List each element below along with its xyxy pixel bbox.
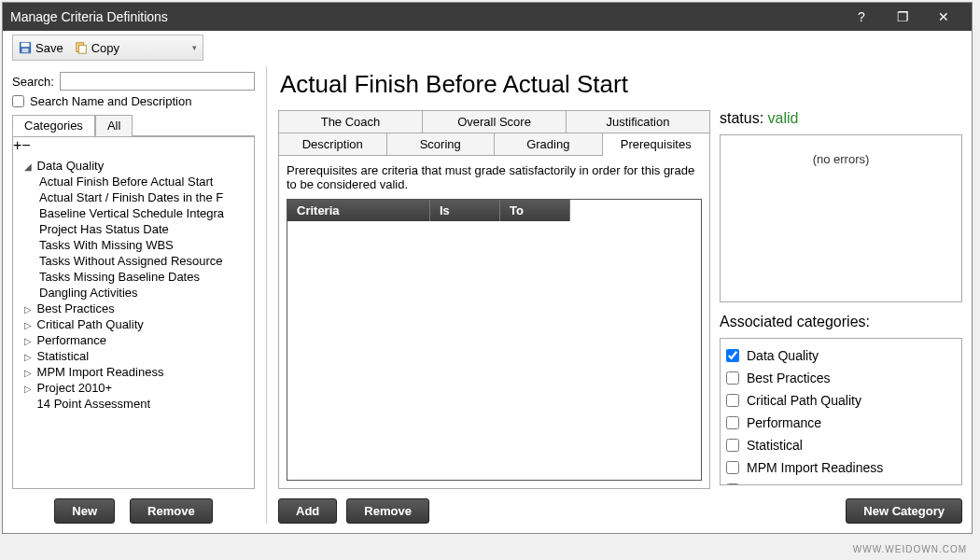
category-label: Statistical [747,438,803,453]
toolbar: Save Copy ▾ [12,35,203,61]
category-row[interactable]: Project 2010+ [724,479,958,485]
tree-node[interactable]: ▷ Project 2010+ [15,380,252,396]
detail-tabs: The CoachOverall ScoreJustification Desc… [278,110,710,156]
category-row[interactable]: Statistical [724,434,958,456]
category-label: MPM Import Readiness [747,460,883,475]
window: Manage Criteria Definitions ? ❐ ✕ Save C… [2,2,973,534]
search-input[interactable] [60,72,255,91]
category-row[interactable]: Performance [724,412,958,434]
expand-all-icon[interactable]: + [13,137,21,153]
tab-prerequisites[interactable]: Prerequisites [603,133,710,156]
window-title: Manage Criteria Definitions [10,9,841,24]
add-button[interactable]: Add [278,498,337,524]
col-is[interactable]: Is [430,200,500,221]
search-scope-label: Search Name and Description [30,94,191,108]
associated-categories-list[interactable]: Data QualityBest PracticesCritical Path … [720,338,962,485]
category-row[interactable]: Best Practices [724,367,958,389]
copy-icon [75,41,88,54]
tree-leaf[interactable]: Baseline Vertical Schedule Integra [15,205,252,221]
tab-grading[interactable]: Grading [495,133,603,156]
tree-leaf[interactable]: Tasks Missing Baseline Dates [15,269,252,285]
left-buttons: New Remove [12,498,255,524]
tree-leaf[interactable]: Tasks With Missing WBS [15,237,252,253]
save-button[interactable]: Save [19,41,63,55]
tree-leaf[interactable]: Tasks Without Assigned Resource [15,253,252,269]
category-label: Best Practices [747,371,830,385]
tree-leaf[interactable]: Actual Start / Finish Dates in the F [15,189,252,205]
tab-categories[interactable]: Categories [12,115,95,136]
collapse-all-icon[interactable]: − [21,137,30,153]
chevron-right-icon: ▷ [24,336,34,346]
status-value: valid [768,110,799,126]
body: Search: Search Name and Description Cate… [3,61,972,533]
left-panel: Search: Search Name and Description Cate… [12,66,255,524]
save-icon [19,41,32,54]
category-checkbox[interactable] [726,439,739,452]
tab-scoring[interactable]: Scoring [387,133,496,156]
chevron-right-icon [24,399,34,410]
category-tree: +− ◢ Data QualityActual Finish Before Ac… [12,136,255,489]
center-buttons: Add Remove [278,498,710,524]
prerequisites-grid: Criteria Is To [287,199,702,481]
tab-description[interactable]: Description [279,133,387,156]
tree-leaf[interactable]: Actual Finish Before Actual Start [15,174,252,189]
remove-prereq-button[interactable]: Remove [346,498,429,524]
chevron-right-icon: ▷ [24,384,34,394]
tree-node[interactable]: ◢ Data Quality [15,158,252,174]
close-button[interactable]: ✕ [923,5,964,29]
tab-justification[interactable]: Justification [567,111,709,133]
new-category-button[interactable]: New Category [846,498,962,524]
svg-rect-2 [22,49,29,52]
tab-all[interactable]: All [95,115,133,136]
errors-box: (no errors) [720,134,962,302]
tree-node[interactable]: 14 Point Assessment [15,396,252,412]
tree-node[interactable]: ▷ Performance [15,332,252,348]
tab-content: Prerequisites are criteria that must gra… [278,156,710,489]
col-to[interactable]: To [500,200,570,221]
category-row[interactable]: Data Quality [724,344,958,367]
divider [266,66,267,524]
tab-overall-score[interactable]: Overall Score [423,111,567,133]
category-checkbox[interactable] [726,461,739,474]
category-label: Performance [747,415,821,430]
search-row: Search: [12,72,255,91]
grid-header: Criteria Is To [287,200,701,221]
associated-label: Associated categories: [720,314,962,330]
chevron-right-icon: ▷ [24,304,34,315]
col-criteria[interactable]: Criteria [287,200,430,221]
tree-node[interactable]: ▷ Critical Path Quality [15,316,252,332]
category-label: Project 2010+ [747,483,828,485]
tree-node[interactable]: ▷ Best Practices [15,301,252,316]
status-label: status: [720,110,763,126]
tree-leaf[interactable]: Project Has Status Date [15,221,252,237]
category-checkbox[interactable] [726,349,739,362]
tree-node[interactable]: ▷ Statistical [15,348,252,364]
center-panel: The CoachOverall ScoreJustification Desc… [278,110,710,524]
category-row[interactable]: MPM Import Readiness [724,456,958,479]
chevron-right-icon: ▷ [24,352,34,362]
category-checkbox[interactable] [726,394,739,407]
tab-the-coach[interactable]: The Coach [279,111,423,133]
svg-rect-1 [21,43,30,47]
help-button[interactable]: ? [841,5,882,29]
tree-leaf[interactable]: Dangling Activities [15,285,252,301]
grid-body[interactable] [287,221,701,480]
right-panel: status: valid (no errors) Associated cat… [720,110,962,524]
main-panel: Actual Finish Before Actual Start The Co… [278,66,962,524]
toolbar-overflow-icon[interactable]: ▾ [192,43,197,52]
errors-placeholder: (no errors) [813,152,870,166]
category-checkbox[interactable] [726,371,739,385]
category-checkbox[interactable] [726,416,739,429]
new-button[interactable]: New [54,498,115,524]
copy-button[interactable]: Copy [75,41,119,55]
search-scope-checkbox[interactable] [12,95,24,107]
tree-node[interactable]: ▷ MPM Import Readiness [15,364,252,380]
status-row: status: valid [720,110,962,127]
titlebar: Manage Criteria Definitions ? ❐ ✕ [3,3,972,31]
category-checkbox[interactable] [726,483,739,485]
remove-button[interactable]: Remove [130,498,213,524]
restore-button[interactable]: ❐ [882,5,923,29]
category-row[interactable]: Critical Path Quality [724,389,958,412]
chevron-right-icon: ▷ [24,368,34,378]
prerequisites-description: Prerequisites are criteria that must gra… [287,163,702,191]
